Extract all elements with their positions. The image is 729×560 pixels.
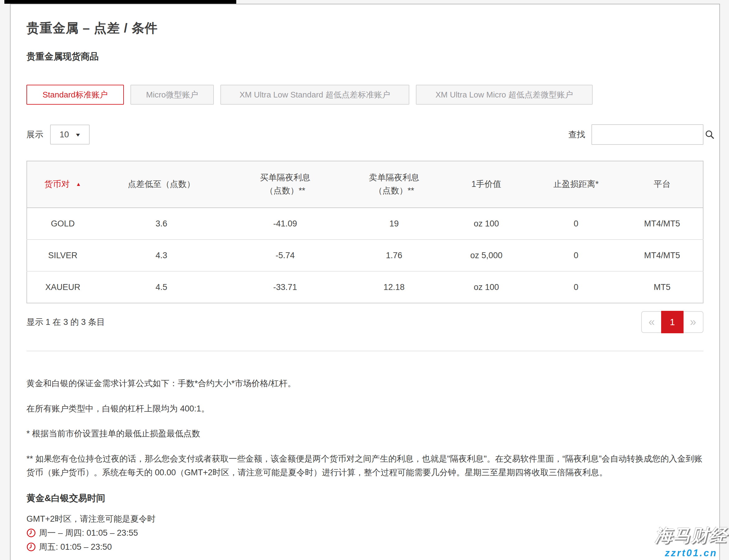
trading-hours-heading: 黄金&白银交易时间 [26,492,703,505]
cell-stop-level: 0 [531,208,621,240]
note-silver-leverage: 在所有账户类型中，白银的杠杆上限均为 400:1。 [26,402,703,416]
page-size-group: 展示 10 ▼ [26,125,90,145]
tab-ultra-low-micro-account[interactable]: XM Ultra Low Micro 超低点差微型账户 [416,85,593,105]
table-row-xaueur: XAUEUR 4.5 -33.71 12.18 oz 100 0 MT5 [27,271,703,303]
cell-swap-short: 1.76 [346,240,442,271]
cell-lot-value: oz 100 [442,208,531,240]
cell-swap-long: -33.71 [225,271,346,303]
hours-friday-label: 周五: 01:05 – 23:50 [39,541,112,553]
table-row-silver: SILVER 4.3 -5.74 1.76 oz 5,000 0 MT4/MT5 [27,240,703,271]
cell-symbol: SILVER [27,240,98,271]
cell-spread: 4.3 [98,240,224,271]
note-stop-level: * 根据当前市价设置挂单的最低止损盈最低点数 [26,427,703,441]
cell-swap-long: -5.74 [225,240,346,271]
show-label: 展示 [26,129,43,140]
cell-spread: 4.5 [98,271,224,303]
table-header-row: 货币对▲ 点差低至（点数） 买单隔夜利息 （点数）** 卖单隔夜利息 （点数）*… [27,161,703,208]
cell-platform: MT4/MT5 [621,208,703,240]
cell-stop-level: 0 [531,271,621,303]
note-margin-formula: 黄金和白银的保证金需求计算公式如下：手数*合约大小*市场价格/杠杆。 [26,377,703,391]
tab-standard-account[interactable]: Standard标准账户 [26,85,124,105]
chevron-down-icon: ▼ [75,132,81,137]
search-input[interactable] [592,125,704,144]
table-row-gold: GOLD 3.6 -41.09 19 oz 100 0 MT4/MT5 [27,208,703,240]
search-group: 查找 [568,124,703,145]
instruments-table: 货币对▲ 点差低至（点数） 买单隔夜利息 （点数）** 卖单隔夜利息 （点数）*… [26,161,703,303]
notes-section: 黄金和白银的保证金需求计算公式如下：手数*合约大小*市场价格/杠杆。 在所有账户… [26,377,703,480]
hours-line-weekdays: 周一 – 周四: 01:05 – 23:55 [26,527,703,539]
clock-icon [26,542,36,552]
note-swap-explanation: ** 如果您有仓位持仓过夜的话，那么您会支付或者获取一些金额，该金额便是两个货币… [26,452,703,479]
tab-micro-account[interactable]: Micro微型账户 [130,85,214,105]
clock-icon [26,528,36,538]
column-header-swap-short[interactable]: 卖单隔夜利息 （点数）** [346,161,442,208]
pagination: « 1 » [641,311,703,333]
page-subtitle: 贵重金属现货商品 [26,50,703,63]
cell-stop-level: 0 [531,240,621,271]
column-header-symbol[interactable]: 货币对▲ [27,161,98,208]
column-header-lot-value[interactable]: 1手价值 [442,161,531,208]
search-icon[interactable] [704,129,715,140]
cell-spread: 3.6 [98,208,224,240]
cell-symbol: XAUEUR [27,271,98,303]
column-header-swap-long[interactable]: 买单隔夜利息 （点数）** [225,161,346,208]
search-label: 查找 [568,129,585,140]
pagination-prev-button[interactable]: « [641,311,662,333]
page-size-value: 10 [60,130,69,140]
cell-lot-value: oz 5,000 [442,240,531,271]
sort-ascending-icon: ▲ [76,181,81,187]
column-header-spread[interactable]: 点差低至（点数） [98,161,224,208]
cell-platform: MT5 [621,271,703,303]
account-type-tabs: Standard标准账户 Micro微型账户 XM Ultra Low Stan… [26,85,703,105]
cell-symbol: GOLD [27,208,98,240]
pagination-next-button[interactable]: » [683,311,703,333]
cell-swap-short: 12.18 [346,271,442,303]
content-card: 贵重金属 – 点差 / 条件 贵重金属现货商品 Standard标准账户 Mic… [10,4,720,560]
cell-lot-value: oz 100 [442,271,531,303]
page-title: 贵重金属 – 点差 / 条件 [26,20,703,37]
entries-summary: 显示 1 在 3 的 3 条目 [26,316,105,328]
table-controls-row: 展示 10 ▼ 查找 [26,124,703,145]
tab-ultra-low-standard-account[interactable]: XM Ultra Low Standard 超低点差标准账户 [220,85,409,105]
pagination-page-1-button[interactable]: 1 [661,311,684,333]
column-header-platform[interactable]: 平台 [621,161,703,208]
cell-platform: MT4/MT5 [621,240,703,271]
top-black-bar [4,0,236,4]
cell-swap-long: -41.09 [225,208,346,240]
page-size-select[interactable]: 10 ▼ [50,125,90,145]
hours-weekdays-label: 周一 – 周四: 01:05 – 23:55 [39,527,138,539]
table-footer: 显示 1 在 3 的 3 条目 « 1 » [26,311,703,333]
cell-swap-short: 19 [346,208,442,240]
column-header-symbol-label: 货币对 [45,179,70,189]
timezone-note: GMT+2时区，请注意可能是夏令时 [26,513,703,524]
hours-line-friday: 周五: 01:05 – 23:50 [26,541,703,553]
column-header-stop-level[interactable]: 止盈损距离* [531,161,621,208]
search-box [591,124,703,145]
section-divider [26,351,703,351]
